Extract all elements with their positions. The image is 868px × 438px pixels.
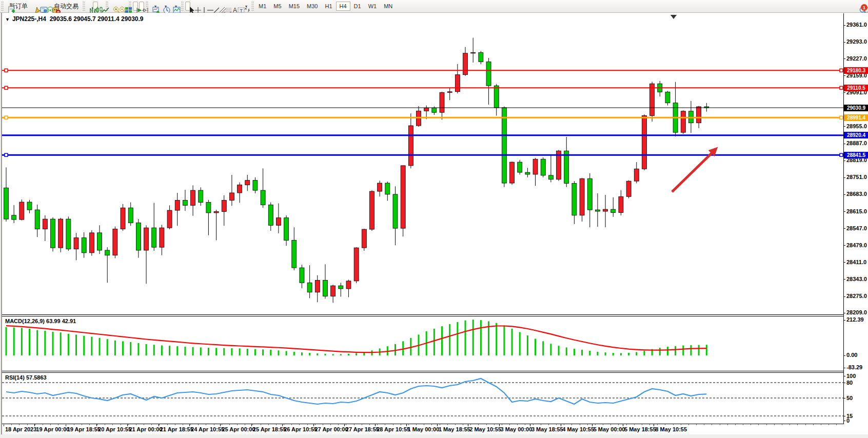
candle-bear[interactable] (66, 219, 71, 249)
candle-bear[interactable] (393, 194, 398, 228)
chart-pointer-button[interactable] (31, 2, 36, 11)
line-handle[interactable] (5, 153, 8, 156)
candle-bear[interactable] (105, 250, 110, 255)
panel-separator[interactable] (2, 314, 843, 315)
candle-bull[interactable] (362, 229, 366, 248)
candle-bull[interactable] (191, 190, 195, 205)
candle-bear[interactable] (541, 159, 545, 175)
candle-bull[interactable] (113, 229, 117, 255)
candle-bear[interactable] (307, 283, 312, 292)
candle-bear[interactable] (525, 172, 530, 174)
candle-bear[interactable] (665, 92, 670, 103)
candle-bull[interactable] (533, 159, 538, 174)
zoom-in-button[interactable] (110, 2, 115, 11)
candle-bear[interactable] (587, 178, 592, 210)
candle-bull[interactable] (424, 108, 429, 111)
candle-bull[interactable] (463, 53, 468, 75)
candle-bear[interactable] (206, 202, 211, 212)
timeframe-button-MN[interactable]: MN (380, 2, 396, 11)
chart-shift-marker-icon[interactable] (670, 15, 677, 19)
candle-bear[interactable] (97, 233, 102, 250)
candle-bull[interactable] (455, 75, 460, 92)
candle-bull[interactable] (650, 84, 655, 115)
candle-bull[interactable] (74, 238, 78, 249)
candle-bull[interactable] (580, 178, 584, 215)
candle-bear[interactable] (261, 190, 265, 205)
candle-bull[interactable] (144, 228, 149, 250)
line-handle[interactable] (5, 69, 8, 72)
candle-bear[interactable] (611, 209, 616, 212)
candle-bull[interactable] (89, 233, 94, 253)
timeframe-button-M30[interactable]: M30 (303, 2, 321, 11)
candle-bear[interactable] (4, 188, 9, 219)
candle-bear[interactable] (292, 240, 297, 268)
candle-bear[interactable] (284, 218, 289, 241)
auto-trading-button[interactable]: 自动交易 (50, 2, 81, 11)
candle-bull[interactable] (121, 208, 125, 229)
candle-bear[interactable] (51, 219, 55, 248)
candle-bear[interactable] (595, 210, 600, 211)
candle-bear[interactable] (152, 228, 156, 247)
new-order-button[interactable]: 新订单 (5, 2, 30, 11)
candle-bear[interactable] (518, 162, 522, 172)
bar-chart-type-button[interactable] (87, 2, 92, 11)
templates-button[interactable]: ▾ (170, 2, 180, 11)
candle-bear[interactable] (136, 223, 141, 250)
candle-bull[interactable] (175, 201, 180, 210)
candle-bull[interactable] (471, 52, 476, 53)
candle-bull[interactable] (626, 181, 631, 196)
candle-bull[interactable] (619, 196, 623, 212)
candle-bear[interactable] (268, 205, 273, 225)
candle-bull[interactable] (408, 126, 413, 166)
candle-bull[interactable] (603, 209, 608, 211)
candle-bull[interactable] (276, 218, 281, 226)
candle-bull[interactable] (681, 111, 685, 132)
candle-bear[interactable] (572, 183, 577, 215)
candle-bull[interactable] (160, 228, 164, 247)
trend-arrow-annotation[interactable] (672, 151, 714, 192)
timeframe-button-D1[interactable]: D1 (350, 2, 365, 11)
candle-bull[interactable] (222, 201, 226, 212)
rsi-indicator-panel[interactable] (2, 373, 844, 424)
candle-bull[interactable] (634, 169, 639, 181)
line-handle[interactable] (840, 116, 843, 119)
indicators-button[interactable]: ▾ (150, 2, 159, 11)
candle-bull[interactable] (43, 219, 47, 229)
candle-bear[interactable] (253, 181, 258, 190)
candle-bear[interactable] (432, 108, 437, 112)
candle-bull[interactable] (346, 281, 351, 289)
line-handle[interactable] (5, 116, 8, 119)
timeframe-button-H4[interactable]: H4 (336, 2, 350, 11)
candle-bull[interactable] (19, 202, 24, 220)
candle-bull[interactable] (369, 191, 374, 229)
candle-bull[interactable] (331, 286, 336, 296)
candle-bear[interactable] (494, 86, 499, 108)
candle-bull[interactable] (697, 107, 701, 123)
timeframe-button-H1[interactable]: H1 (321, 2, 336, 11)
candle-bear[interactable] (486, 62, 491, 86)
candle-bear[interactable] (35, 210, 40, 229)
line-handle[interactable] (840, 69, 843, 72)
line-handle[interactable] (840, 86, 843, 89)
timeframe-button-M5[interactable]: M5 (270, 2, 285, 11)
candle-bull[interactable] (238, 185, 242, 193)
timeframe-button-M15[interactable]: M15 (285, 2, 303, 11)
candle-bull[interactable] (315, 280, 320, 292)
candle-bear[interactable] (300, 268, 304, 283)
candle-bull[interactable] (440, 92, 444, 112)
candle-bear[interactable] (385, 183, 390, 194)
candle-bull[interactable] (214, 212, 219, 213)
candle-bull[interactable] (354, 248, 359, 281)
candlestick-chart[interactable] (2, 13, 844, 314)
candle-bear[interactable] (479, 52, 483, 62)
candle-bear[interactable] (548, 175, 553, 180)
macd-indicator-panel[interactable] (2, 316, 844, 371)
candle-bear[interactable] (502, 108, 506, 183)
candle-bull[interactable] (447, 92, 452, 93)
timeframe-button-W1[interactable]: W1 (365, 2, 381, 11)
candle-bear[interactable] (339, 286, 343, 289)
candle-bull[interactable] (642, 116, 646, 169)
candle-bull[interactable] (167, 210, 172, 228)
cursor-tool-button[interactable] (185, 2, 190, 11)
candle-bull[interactable] (378, 183, 382, 191)
